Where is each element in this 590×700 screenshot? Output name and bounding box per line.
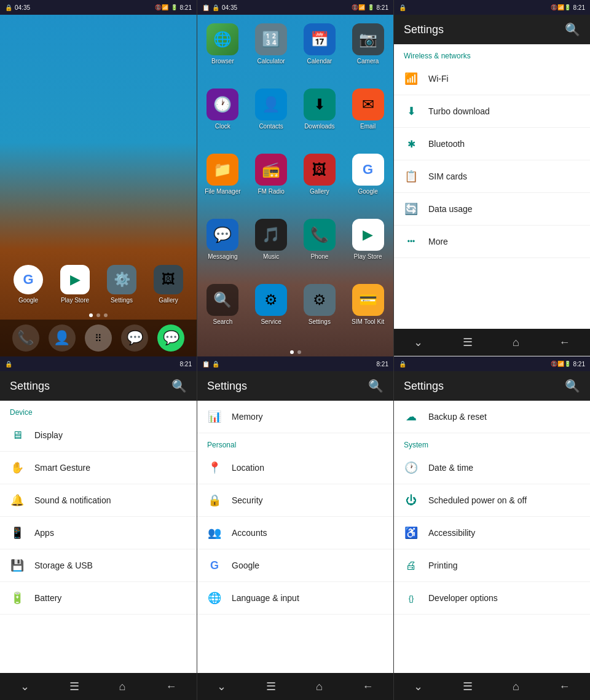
dock-contacts[interactable]: 👤 (49, 324, 76, 352)
app-settings[interactable]: ⚙ Settings (297, 280, 343, 343)
signal3: 📵📶🔋 (551, 4, 571, 10)
app-camera[interactable]: 📷 Camera (345, 20, 391, 82)
smartgesture-label: Smart Gesture (34, 463, 90, 473)
app-messaging-label: Messaging (208, 253, 237, 260)
settings-item-turbo[interactable]: ⬇ Turbo download (394, 95, 590, 128)
wifi-label: Wi-Fi (428, 74, 449, 84)
dock-phone[interactable]: 📞 (12, 324, 39, 352)
settings-list-3b: ☁ Backup & reset System 🕐 Date & time ⏻ … (394, 401, 590, 673)
clock-1: 8:21 (180, 4, 192, 11)
nav-menu-2[interactable]: ☰ (256, 675, 286, 698)
nav-menu-1[interactable]: ☰ (60, 675, 89, 698)
launcher-icon-settings[interactable]: ⚙️ Settings (106, 261, 138, 307)
nav-menu-3b[interactable]: ☰ (453, 675, 482, 698)
app-dots (197, 348, 393, 356)
app-fmradio[interactable]: 📻 FM Radio (248, 150, 294, 213)
personal-section-label: Personal (197, 433, 393, 452)
datausage-icon: 🔄 (404, 202, 419, 216)
nav-menu-3t[interactable]: ☰ (453, 331, 482, 354)
settings-item-accessibility[interactable]: ♿ Accessibility (394, 517, 590, 549)
apps-label: Apps (34, 528, 54, 538)
settings-search-btn-3[interactable]: 🔍 (565, 22, 580, 37)
app-filemanager[interactable]: 📁 File Manager (200, 150, 246, 213)
app-playstore[interactable]: ▶ Play Store (345, 215, 391, 278)
settings-title-1: Settings (10, 380, 50, 393)
app-clock[interactable]: 🕐 Clock (200, 85, 246, 147)
app-google-label: Google (358, 188, 378, 195)
settings-item-display[interactable]: 🖥 Display (0, 419, 197, 452)
settings-search-btn-3b[interactable]: 🔍 (565, 379, 580, 393)
settings-item-storage[interactable]: 💾 Storage & USB (0, 549, 197, 582)
app-messaging[interactable]: 💬 Messaging (200, 215, 246, 278)
nav-down-3t[interactable]: ⌄ (404, 331, 433, 354)
battery-label: Battery (34, 593, 61, 603)
launcher-icon-google[interactable]: G Google (12, 261, 44, 307)
settings-item-battery[interactable]: 🔋 Battery (0, 582, 197, 615)
dot-3 (104, 313, 108, 317)
nav-back-3t[interactable]: ← (549, 331, 580, 354)
app-google[interactable]: G Google (345, 150, 391, 213)
settings-search-btn-1[interactable]: 🔍 (171, 379, 187, 393)
nav-down-2[interactable]: ⌄ (207, 675, 236, 698)
app-music[interactable]: 🎵 Music (248, 215, 294, 278)
security-label: Security (232, 495, 263, 505)
settings-item-location[interactable]: 📍 Location (197, 452, 393, 484)
nav-back-1[interactable]: ← (155, 675, 186, 698)
settings-item-simcards[interactable]: 📋 SIM cards (394, 160, 590, 193)
nav-down-1[interactable]: ⌄ (10, 675, 39, 698)
nav-home-1[interactable]: ⌂ (109, 675, 136, 698)
time-2: 04:35 (222, 4, 237, 11)
settings-item-sound[interactable]: 🔔 Sound & notification (0, 484, 197, 517)
settings-item-google[interactable]: G Google (197, 549, 393, 582)
devopt-label: Developer options (428, 593, 498, 603)
app-downloads[interactable]: ⬇ Downloads (297, 85, 343, 147)
app-simtoolkit-label: SIM Tool Kit (352, 318, 384, 325)
app-email[interactable]: ✉ Email (345, 85, 391, 147)
app-contacts[interactable]: 👤 Contacts (248, 85, 294, 147)
app-search[interactable]: 🔍 Search (200, 280, 246, 343)
settings-panel-3: 🔒 📵📶🔋 8:21 Settings 🔍 ☁ Backup & reset S… (394, 356, 590, 673)
nav-down-3b[interactable]: ⌄ (404, 675, 433, 698)
settings-item-datetime[interactable]: 🕐 Date & time (394, 452, 590, 484)
settings-item-schedpower[interactable]: ⏻ Scheduled power on & off (394, 484, 590, 517)
lock2b: 🔒 (212, 361, 219, 368)
nav-back-2[interactable]: ← (353, 675, 384, 698)
dock-whatsapp[interactable]: 💬 (157, 324, 184, 352)
nav-home-3b[interactable]: ⌂ (503, 675, 529, 698)
app-calendar-label: Calendar (307, 58, 332, 65)
settings-item-datausage[interactable]: 🔄 Data usage (394, 193, 590, 226)
app-calculator[interactable]: 🔢 Calculator (248, 20, 294, 82)
lock-icon-1b: 🔒 (5, 361, 12, 368)
nav-bar-3top: ⌄ ☰ ⌂ ← (394, 329, 590, 356)
accessibility-icon: ♿ (404, 525, 419, 540)
settings-item-devopt[interactable]: {} Developer options (394, 582, 590, 615)
status-bar-3: 🔒 📵📶🔋 8:21 (394, 0, 590, 15)
settings-item-memory[interactable]: 📊 Memory (197, 401, 393, 433)
settings-item-wifi[interactable]: 📶 Wi-Fi (394, 63, 590, 95)
dock-messages[interactable]: 💬 (121, 324, 148, 352)
app-service[interactable]: ⚙ Service (248, 280, 294, 343)
settings-item-language[interactable]: 🌐 Language & input (197, 582, 393, 615)
app-calendar[interactable]: 📅 Calendar (297, 20, 343, 82)
sound-icon: 🔔 (10, 493, 25, 508)
settings-search-btn-2[interactable]: 🔍 (368, 379, 384, 393)
nav-home-2[interactable]: ⌂ (306, 675, 332, 698)
settings-item-accounts[interactable]: 👥 Accounts (197, 517, 393, 549)
launcher-icon-gallery[interactable]: 🖼 Gallery (152, 261, 184, 307)
app-gallery[interactable]: 🖼 Gallery (297, 150, 343, 213)
settings-item-smartgesture[interactable]: ✋ Smart Gesture (0, 452, 197, 484)
app-browser[interactable]: 🌐 Browser (200, 20, 246, 82)
settings-item-apps[interactable]: 📱 Apps (0, 517, 197, 549)
app-simtoolkit[interactable]: 💳 SIM Tool Kit (345, 280, 391, 343)
settings-item-security[interactable]: 🔒 Security (197, 484, 393, 517)
settings-item-printing[interactable]: 🖨 Printing (394, 549, 590, 582)
launcher-icon-playstore[interactable]: ▶ Play Store (59, 261, 91, 307)
settings-item-backup[interactable]: ☁ Backup & reset (394, 401, 590, 433)
wireless-section-label: Wireless & networks (394, 44, 590, 63)
dock-apps[interactable]: ⠿ (85, 324, 112, 352)
settings-item-bluetooth[interactable]: ✱ Bluetooth (394, 128, 590, 160)
app-phone[interactable]: 📞 Phone (297, 215, 343, 278)
nav-back-3b[interactable]: ← (549, 675, 580, 698)
settings-item-more[interactable]: ••• More (394, 226, 590, 258)
nav-home-3t[interactable]: ⌂ (503, 331, 529, 354)
